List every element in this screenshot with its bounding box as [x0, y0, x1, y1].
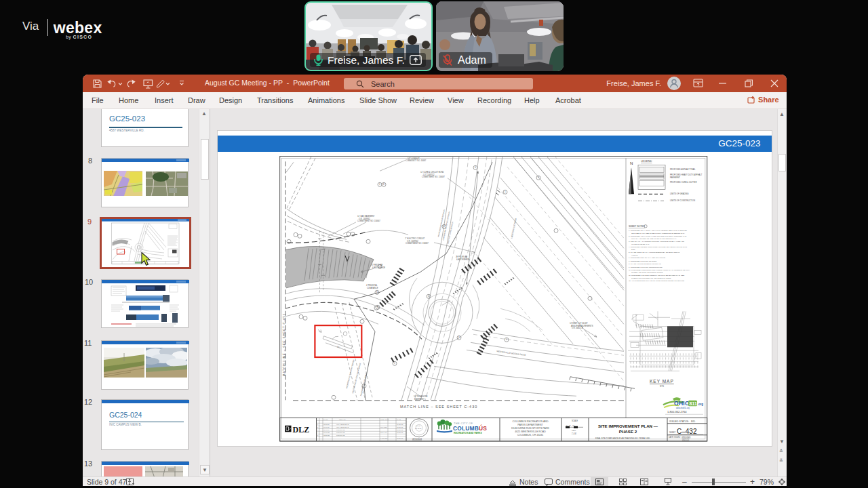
svg-text:44810-E.: 44810-E. — [631, 253, 638, 256]
svg-text:12' GAS EASEMENT: 12' GAS EASEMENT — [357, 215, 375, 218]
svg-text:MATCH LINE – SEE SHEET C-431: MATCH LINE – SEE SHEET C-431 — [283, 313, 286, 376]
svg-text:11/06/24: 11/06/24 — [323, 429, 330, 430]
svg-text:CLEARANCE: CLEARANCE — [367, 286, 378, 289]
svg-text:9. PROPOSED LIMITS OF CONSTR: 9. PROPOSED LIMITS OF CONSTRUCTION. — [629, 266, 663, 268]
svg-text:& ANTIFREEZE: & ANTIFREEZE — [456, 258, 469, 260]
svg-text:OF OHIO: OF OHIO — [415, 428, 422, 429]
svg-text:08/05/24: 08/05/24 — [323, 424, 330, 425]
svg-text:COMMUNITY NO. 34687: COMMUNITY NO. 34687 — [406, 159, 427, 162]
svg-text:OHIO: OHIO — [674, 400, 690, 407]
svg-text:N: N — [630, 161, 633, 165]
svg-text:COMMITMENT NO. 134667: COMMITMENT NO. 134667 — [357, 220, 380, 222]
svg-text:LEGEND: LEGEND — [641, 159, 652, 163]
svg-text:ROLLTR JB: ROLLTR JB — [336, 429, 345, 430]
svg-text:RECREATION AND PARKS: RECREATION AND PARKS — [454, 431, 483, 434]
svg-text:SCALE: SCALE — [572, 420, 578, 422]
svg-text:01-25-25: 01-25-25 — [397, 424, 403, 425]
svg-text:7. PROPOSED LIMITS OF GRADIN: 7. PROPOSED LIMITS OF GRADING. — [629, 260, 657, 262]
svg-text:MATCH LINE – SEE SHEET C-430: MATCH LINE – SEE SHEET C-430 — [400, 404, 477, 408]
svg-text:SHEET: SHEET — [669, 431, 676, 434]
svg-text:PROPOSED CURB & GUTTER: PROPOSED CURB & GUTTER — [670, 181, 696, 184]
svg-text:STATE: STATE — [416, 425, 420, 426]
svg-text:DATE: DATE — [323, 418, 328, 420]
svg-text:6. PROPOSED ROW OF WAY. PER: 6. PROPOSED ROW OF WAY. PER ISO 41063-B. — [629, 257, 666, 259]
svg-text:PHASE 2: PHASE 2 — [619, 428, 637, 433]
svg-text:0 15 30: 0 15 30 — [566, 424, 575, 426]
svg-text:DATE ISSUED: 08/15/2024: DATE ISSUED: 08/15/2024 — [669, 435, 691, 438]
svg-text:REMARK: REMARK — [339, 418, 346, 420]
svg-text:FDW 30A AGGREGATE. SEE TC-2204: FDW 30A AGGREGATE. SEE TC-22048 FOR DESI… — [631, 237, 677, 239]
svg-text:LIMITS OF GRADING: LIMITS OF GRADING — [670, 192, 689, 195]
svg-text:4' PEDESTAL: 4' PEDESTAL — [366, 284, 378, 287]
svg-text:1-800-362-2764: 1-800-362-2764 — [667, 409, 687, 413]
svg-text:FEET: FEET — [572, 430, 576, 432]
svg-text:KEY MAP: KEY MAP — [650, 379, 674, 384]
svg-text:.org: .org — [698, 403, 704, 406]
svg-text:LIMITS OF CONSTRUCTION: LIMITS OF CONSTRUCTION — [670, 199, 695, 202]
svg-text:01/06/25: 01/06/25 — [323, 432, 330, 433]
svg-text:2459.: 2459. — [631, 248, 635, 250]
svg-text:03/21/25: 03/21/25 — [323, 434, 330, 436]
svg-text:DLZ: DLZ — [293, 424, 310, 434]
svg-text:O.R. 1469942: O.R. 1469942 — [359, 217, 370, 220]
svg-text:ANGLE MEASUREMENTS: ANGLE MEASUREMENTS — [571, 324, 593, 327]
svg-text:SHEET C-801 FOR DETAILS AND SP: SHEET C-801 FOR DETAILS AND SPECIFICATIO… — [631, 277, 671, 279]
svg-text:12. ALL DIMENSIONS TO FACE OF: 12. ALL DIMENSIONS TO FACE OF CURB UNLES… — [629, 280, 685, 282]
svg-text:COLUMBÚS: COLUMBÚS — [453, 424, 487, 431]
svg-text:1/2" CONDUIT: 1/2" CONDUIT — [408, 157, 420, 159]
svg-text:MLH 232: MLH 232 — [380, 426, 387, 428]
svg-text:COMMITMENT NO. 134687: COMMITMENT NO. 134687 — [422, 176, 445, 178]
svg-text:COMMITMENT NO. 134687: COMMITMENT NO. 134687 — [406, 242, 429, 245]
svg-text:1" ELECTRIC CONDUIT: 1" ELECTRIC CONDUIT — [405, 237, 425, 240]
svg-text:FINAL SITE COMPLIANCE PLAN TRA: FINAL SITE COMPLIANCE PLAN TRACKING NO. … — [595, 436, 650, 439]
svg-text:03-25-25: 03-25-25 — [397, 432, 403, 433]
svg-text:COLUMBUS, OH 43231: COLUMBUS, OH 43231 — [517, 434, 544, 436]
svg-text:NTS: NTS — [660, 385, 664, 388]
svg-text:8. PHASE 1 IMPROVEMENTS TO R: 8. PHASE 1 IMPROVEMENTS TO REMAIN. — [629, 263, 662, 265]
svg-text:08/15/2024: 08/15/2024 — [412, 437, 422, 440]
svg-text:12' CURB & CIRCUIT BOND: 12' CURB & CIRCUIT BOND — [420, 171, 444, 174]
svg-text:10/06/24: 10/06/24 — [323, 426, 330, 428]
svg-text:SITE IMPROVEMENT PLAN —: SITE IMPROVEMENT PLAN — — [598, 424, 658, 428]
svg-text:95% VERSION JK: 95% VERSION JK — [336, 426, 349, 428]
svg-text:ISSUED STATUS: BID: ISSUED STATUS: BID — [669, 420, 695, 422]
svg-text:C–432: C–432 — [677, 428, 697, 435]
svg-text:12' ESMT LOT 34.687: 12' ESMT LOT 34.687 — [570, 322, 588, 325]
svg-text:OWNER AND SIGNAGE CONTRACTORS.: OWNER AND SIGNAGE CONTRACTORS. — [631, 271, 663, 273]
svg-text:ROLLTR JB: ROLLTR JB — [336, 434, 345, 436]
svg-text:O.R. 34621-B: O.R. 34621-B — [572, 327, 583, 329]
svg-text:SHEET NOTES: SHEET NOTES — [629, 225, 646, 228]
svg-text:ROLLTR JB: ROLLTR JB — [336, 432, 345, 433]
svg-text:90% VERSION JK: 90% VERSION JK — [336, 424, 349, 425]
svg-text:CHK 467: CHK 467 — [380, 432, 387, 433]
svg-text:LAST 238: LAST 238 — [380, 437, 388, 439]
svg-text:PARKS DEPARTMENT: PARKS DEPARTMENT — [517, 424, 543, 426]
svg-text:www.ohio811.org: www.ohio811.org — [676, 407, 690, 409]
svg-text:4. PROPOSED COMBINATION CURB: 4. PROPOSED COMBINATION CURB & GUTTER PE… — [629, 246, 687, 248]
svg-text:WHITE IN COLOR. TYP.: WHITE IN COLOR. TYP. — [631, 243, 650, 245]
svg-text:PROPOSED ASPHALT TRAIL: PROPOSED ASPHALT TRAIL — [670, 168, 696, 171]
svg-text:03-25-25: 03-25-25 — [397, 437, 403, 439]
svg-text:03-25-25: 03-25-25 — [397, 429, 403, 430]
svg-text:03/21/25: 03/21/25 — [682, 438, 690, 441]
svg-text:4' FENCE AB: 4' FENCE AB — [372, 264, 382, 266]
svg-text:1"=30': 1"=30' — [572, 432, 577, 435]
svg-text:EASEMENT: EASEMENT — [414, 397, 425, 400]
svg-text:COLUMBUS RECREATION AND: COLUMBUS RECREATION AND — [512, 420, 548, 423]
svg-text:ON SHEET C-434. SEE TC-22048 F: ON SHEET C-434. SEE TC-22048 FOR ACCESS … — [631, 232, 685, 234]
svg-text:O.R. 1469942: O.R. 1469942 — [407, 239, 418, 242]
svg-text:811: 811 — [690, 401, 697, 405]
svg-text:JE POLES AB: JE POLES AB — [456, 256, 467, 258]
svg-text:DATE: DATE — [397, 418, 401, 420]
svg-text:KILBOURNE RUN SPORTS PARK: KILBOURNE RUN SPORTS PARK — [511, 427, 549, 430]
svg-text:PREL. DWG: PREL. DWG — [380, 418, 389, 420]
svg-text:PAVEMENT: PAVEMENT — [670, 176, 680, 178]
svg-text:02-25-25: 02-25-25 — [397, 426, 403, 428]
svg-text:LOT 1469742: LOT 1469742 — [423, 173, 435, 176]
svg-text:4625 WESTERVILLE ROAD: 4625 WESTERVILLE ROAD — [515, 430, 546, 433]
